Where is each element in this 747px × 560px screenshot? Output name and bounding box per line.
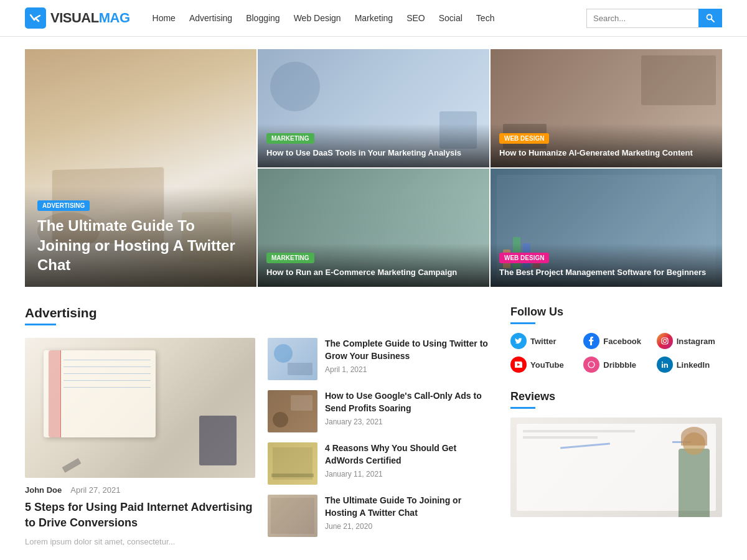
social-twitter[interactable]: Twitter xyxy=(510,333,576,349)
main-nav: Home Advertising Blogging Web Design Mar… xyxy=(153,13,586,23)
social-instagram[interactable]: Instagram xyxy=(657,333,722,349)
social-grid: Twitter Facebook Instagram xyxy=(510,333,722,373)
social-facebook[interactable]: Facebook xyxy=(583,333,649,349)
logo-visual: VISUAL xyxy=(50,10,99,26)
hero-main-title: The Ultimate Guide To Joining or Hosting… xyxy=(37,216,244,274)
hero-card-3-overlay: MARKETING How to Run an E-Commerce Marke… xyxy=(258,243,489,287)
hero-card-2-badge: WEB DESIGN xyxy=(499,133,549,144)
search-icon xyxy=(706,14,715,22)
svg-line-1 xyxy=(712,19,715,22)
article-info-1: The Complete Guide to Using Twitter to G… xyxy=(325,338,492,380)
nav-marketing[interactable]: Marketing xyxy=(355,13,393,23)
nav-blogging[interactable]: Blogging xyxy=(246,13,280,23)
article-info-2: How to Use Google's Call-Only Ads to Sen… xyxy=(325,390,492,432)
reviews-heading: Reviews xyxy=(510,390,722,403)
advertising-layout: John Doe April 27, 2021 5 Steps for Usin… xyxy=(25,338,492,548)
featured-date: April 27, 2021 xyxy=(70,485,120,495)
logo-mag: MAG xyxy=(99,10,130,26)
svg-point-4 xyxy=(666,338,667,339)
featured-author: John Doe xyxy=(25,485,62,495)
nav-home[interactable]: Home xyxy=(153,13,176,23)
svg-rect-2 xyxy=(662,338,668,344)
hero-card-2[interactable]: WEB DESIGN How to Humanize AI-Generated … xyxy=(491,49,722,167)
hero-card-3[interactable]: MARKETING How to Run an E-Commerce Marke… xyxy=(258,169,489,287)
article-list: The Complete Guide to Using Twitter to G… xyxy=(268,338,492,548)
list-item[interactable]: The Complete Guide to Using Twitter to G… xyxy=(268,338,492,380)
hero-card-1-badge: MARKETING xyxy=(266,133,314,144)
site-logo[interactable]: VISUALMAG xyxy=(25,7,130,29)
hero-card-3-title: How to Run an E-Commerce Marketing Campa… xyxy=(266,267,481,278)
hero-card-1-overlay: MARKETING How to Use DaaS Tools in Your … xyxy=(258,124,489,167)
hero-card-1-title: How to Use DaaS Tools in Your Marketing … xyxy=(266,147,481,159)
article-thumb-3 xyxy=(268,442,317,485)
nav-advertising[interactable]: Advertising xyxy=(189,13,232,23)
article-info-3: 4 Reasons Why You Should Get AdWords Cer… xyxy=(325,442,492,485)
logo-text: VISUALMAG xyxy=(50,10,130,26)
featured-image xyxy=(25,338,255,478)
content-area: Advertising xyxy=(25,306,492,548)
reviews-section: Reviews xyxy=(510,390,722,517)
featured-title[interactable]: 5 Steps for Using Paid Internet Advertis… xyxy=(25,500,255,531)
svg-rect-6 xyxy=(662,364,663,368)
article-date-3: January 11, 2021 xyxy=(325,470,492,478)
logo-icon xyxy=(25,7,46,29)
article-title-1: The Complete Guide to Using Twitter to G… xyxy=(325,338,492,362)
facebook-label: Facebook xyxy=(603,337,641,346)
hero-card-4-overlay: WEB DESIGN The Best Project Management S… xyxy=(491,243,722,287)
list-item[interactable]: 4 Reasons Why You Should Get AdWords Cer… xyxy=(268,442,492,485)
hero-main-overlay: ADVERTISING The Ultimate Guide To Joinin… xyxy=(25,187,256,287)
linkedin-label: LinkedIn xyxy=(677,360,710,370)
featured-excerpt: Lorem ipsum dolor sit amet, consectetur.… xyxy=(25,536,255,548)
reviews-underline xyxy=(510,407,535,409)
instagram-icon xyxy=(657,333,673,349)
instagram-label: Instagram xyxy=(677,337,715,346)
search-button[interactable] xyxy=(698,9,722,27)
article-title-2: How to Use Google's Call-Only Ads to Sen… xyxy=(325,390,492,414)
article-date-2: January 23, 2021 xyxy=(325,418,492,426)
main-content: Advertising xyxy=(0,287,747,560)
facebook-icon xyxy=(583,333,599,349)
youtube-label: YouTube xyxy=(530,360,564,370)
hero-card-3-badge: MARKETING xyxy=(266,253,314,263)
article-thumb-4 xyxy=(268,495,317,537)
follow-us-heading: Follow Us xyxy=(510,306,722,319)
social-dribbble[interactable]: Dribbble xyxy=(583,357,649,373)
twitter-label: Twitter xyxy=(530,337,557,346)
svg-point-5 xyxy=(588,362,594,368)
hero-grid: ADVERTISING The Ultimate Guide To Joinin… xyxy=(25,49,722,287)
article-info-4: The Ultimate Guide To Joining or Hosting… xyxy=(325,495,492,537)
youtube-icon xyxy=(510,357,527,373)
dribbble-icon xyxy=(583,357,599,373)
site-header: VISUALMAG Home Advertising Blogging Web … xyxy=(0,0,747,37)
nav-seo[interactable]: SEO xyxy=(406,13,425,23)
list-item[interactable]: How to Use Google's Call-Only Ads to Sen… xyxy=(268,390,492,432)
reviews-image xyxy=(510,418,722,517)
twitter-icon xyxy=(510,333,527,349)
article-date-4: June 21, 2020 xyxy=(325,522,492,531)
hero-card-4[interactable]: WEB DESIGN The Best Project Management S… xyxy=(491,169,722,287)
social-linkedin[interactable]: LinkedIn xyxy=(657,357,722,373)
article-thumb-1 xyxy=(268,338,317,380)
follow-us-section: Follow Us Twitter Facebook xyxy=(510,306,722,373)
hero-main-badge: ADVERTISING xyxy=(37,200,90,211)
social-youtube[interactable]: YouTube xyxy=(510,357,576,373)
article-date-1: April 1, 2021 xyxy=(325,365,492,374)
hero-card-1[interactable]: MARKETING How to Use DaaS Tools in Your … xyxy=(258,49,489,167)
nav-social[interactable]: Social xyxy=(439,13,463,23)
search-input[interactable] xyxy=(586,9,698,28)
hero-card-2-title: How to Humanize AI-Generated Marketing C… xyxy=(499,147,713,159)
advertising-heading: Advertising xyxy=(25,306,492,320)
advertising-underline xyxy=(25,324,56,325)
list-item[interactable]: The Ultimate Guide To Joining or Hosting… xyxy=(268,495,492,537)
follow-us-underline xyxy=(510,322,535,324)
featured-meta: John Doe April 27, 2021 xyxy=(25,485,255,495)
hero-main-card[interactable]: ADVERTISING The Ultimate Guide To Joinin… xyxy=(25,49,256,287)
sidebar: Follow Us Twitter Facebook xyxy=(510,306,722,548)
hero-card-4-title: The Best Project Management Software for… xyxy=(499,267,713,278)
nav-tech[interactable]: Tech xyxy=(476,13,495,23)
article-title-3: 4 Reasons Why You Should Get AdWords Cer… xyxy=(325,442,492,467)
svg-point-3 xyxy=(663,340,666,343)
search-form xyxy=(586,9,722,28)
dribbble-label: Dribbble xyxy=(603,360,636,370)
nav-webdesign[interactable]: Web Design xyxy=(294,13,341,23)
